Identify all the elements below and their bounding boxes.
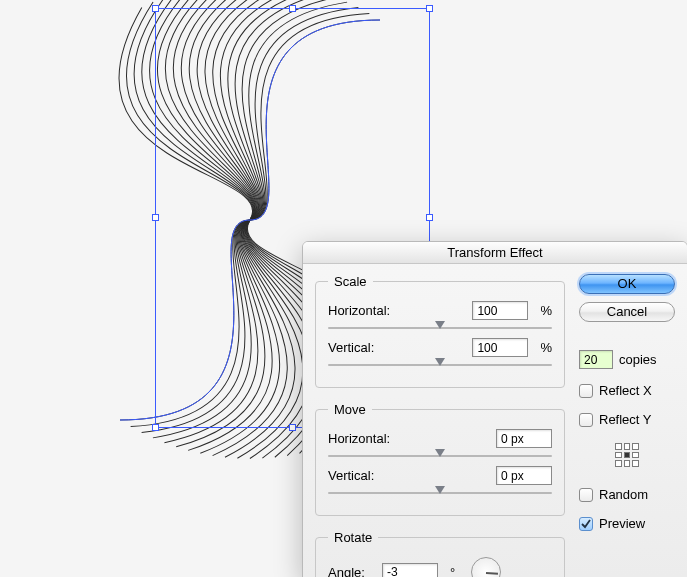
copies-label: copies [619, 352, 657, 367]
scale-horizontal-input[interactable] [472, 301, 528, 320]
dialog-title[interactable]: Transform Effect [303, 242, 687, 264]
rotate-angle-label: Angle: [328, 565, 376, 578]
scale-vertical-slider[interactable] [328, 359, 552, 371]
rotate-angle-unit: ° [450, 565, 455, 578]
resize-handle-bottom-left[interactable] [152, 424, 159, 431]
move-vertical-input[interactable] [496, 466, 552, 485]
move-legend: Move [328, 402, 372, 417]
angle-dial[interactable] [471, 557, 501, 577]
scale-horizontal-unit: % [540, 303, 552, 318]
resize-handle-bottom-mid[interactable] [289, 424, 296, 431]
rotate-group: Rotate Angle: ° [315, 530, 565, 577]
move-horizontal-label: Horizontal: [328, 431, 402, 446]
resize-handle-mid-left[interactable] [152, 214, 159, 221]
scale-vertical-unit: % [540, 340, 552, 355]
rotate-legend: Rotate [328, 530, 378, 545]
move-horizontal-input[interactable] [496, 429, 552, 448]
move-vertical-slider[interactable] [328, 487, 552, 499]
reflect-y-checkbox[interactable] [579, 413, 593, 427]
resize-handle-top-mid[interactable] [289, 5, 296, 12]
ok-button[interactable]: OK [579, 274, 675, 294]
registration-point-grid[interactable] [613, 441, 641, 469]
scale-vertical-label: Vertical: [328, 340, 402, 355]
preview-checkbox[interactable] [579, 517, 593, 531]
random-label: Random [599, 487, 648, 502]
scale-legend: Scale [328, 274, 373, 289]
resize-handle-top-left[interactable] [152, 5, 159, 12]
copies-input[interactable] [579, 350, 613, 369]
resize-handle-top-right[interactable] [426, 5, 433, 12]
move-group: Move Horizontal: Vertical: [315, 402, 565, 516]
transform-effect-dialog: Transform Effect Scale Horizontal: % Ver… [302, 241, 687, 577]
move-vertical-label: Vertical: [328, 468, 402, 483]
random-checkbox[interactable] [579, 488, 593, 502]
preview-label: Preview [599, 516, 645, 531]
reflect-x-label: Reflect X [599, 383, 652, 398]
scale-horizontal-label: Horizontal: [328, 303, 402, 318]
scale-group: Scale Horizontal: % Vertical: % [315, 274, 565, 388]
cancel-button[interactable]: Cancel [579, 302, 675, 322]
reflect-x-checkbox[interactable] [579, 384, 593, 398]
scale-vertical-input[interactable] [472, 338, 528, 357]
rotate-angle-input[interactable] [382, 563, 438, 578]
resize-handle-mid-right[interactable] [426, 214, 433, 221]
move-horizontal-slider[interactable] [328, 450, 552, 462]
reflect-y-label: Reflect Y [599, 412, 652, 427]
scale-horizontal-slider[interactable] [328, 322, 552, 334]
